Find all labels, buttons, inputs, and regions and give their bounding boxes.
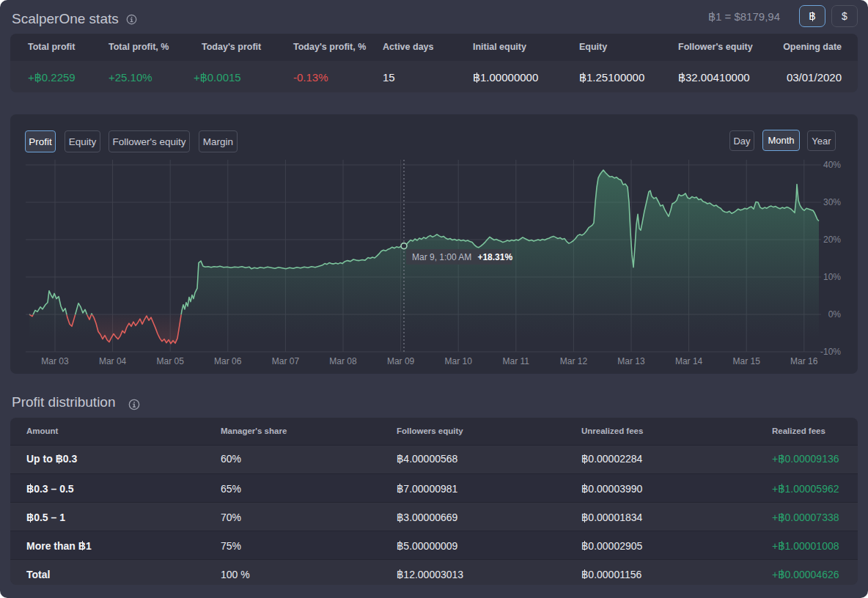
svg-text:Mar 11: Mar 11: [503, 356, 530, 366]
svg-text:Mar 14: Mar 14: [675, 356, 703, 366]
svg-text:Mar 09: Mar 09: [387, 356, 415, 366]
svg-text:0%: 0%: [828, 309, 842, 320]
svg-text:Mar 03: Mar 03: [41, 356, 69, 366]
svg-text:Mar 04: Mar 04: [99, 356, 127, 366]
svg-text:Mar 06: Mar 06: [214, 356, 242, 366]
svg-text:Mar 05: Mar 05: [157, 356, 185, 366]
svg-text:Mar 10: Mar 10: [445, 356, 473, 366]
svg-text:Mar 13: Mar 13: [617, 356, 645, 366]
svg-text:40%: 40%: [823, 160, 841, 170]
svg-text:10%: 10%: [823, 272, 841, 282]
svg-text:20%: 20%: [823, 235, 841, 245]
svg-text:Mar 12: Mar 12: [560, 356, 588, 366]
svg-text:Mar 08: Mar 08: [329, 356, 357, 366]
svg-text:-10%: -10%: [820, 347, 841, 357]
svg-text:30%: 30%: [823, 197, 841, 207]
svg-text:Mar 15: Mar 15: [733, 356, 761, 366]
svg-text:Mar 16: Mar 16: [790, 356, 818, 366]
svg-text:Mar 07: Mar 07: [272, 356, 300, 366]
